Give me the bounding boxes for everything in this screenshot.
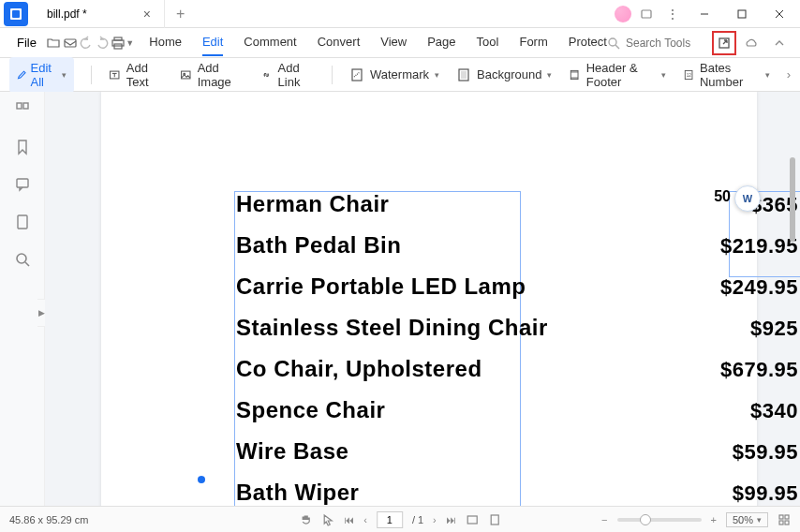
zoom-value[interactable]: 50%▾ [726, 512, 768, 527]
svg-line-33 [25, 262, 29, 266]
tab-page[interactable]: Page [427, 29, 455, 56]
maximize-button[interactable] [725, 0, 759, 28]
pdf-page: Herman Chair$365Bath Pedal Bin$219.95Car… [101, 92, 757, 506]
tab-convert[interactable]: Convert [318, 29, 361, 56]
menu-bar: File ▼ Home Edit Comment Convert View Pa… [0, 28, 800, 58]
svg-point-32 [17, 254, 26, 263]
item-row[interactable]: Co Chair, Upholstered$679.95 [236, 356, 798, 382]
svg-rect-36 [779, 515, 783, 519]
bookmarks-icon[interactable] [14, 139, 31, 159]
select-tool-icon[interactable] [321, 513, 334, 526]
svg-text:12: 12 [687, 73, 692, 78]
zoom-out-icon[interactable]: − [601, 514, 607, 525]
app-logo [4, 2, 28, 26]
header-footer-button[interactable]: Header & Footer▾ [569, 61, 665, 89]
collapse-ribbon-icon[interactable] [766, 30, 793, 56]
item-name: Co Chair, Upholstered [236, 356, 482, 382]
prev-page-icon[interactable]: ‹ [363, 514, 367, 525]
item-row[interactable]: Wire Base$59.95 [236, 438, 798, 465]
scrollbar-thumb[interactable] [790, 157, 795, 242]
edit-all-button[interactable]: Edit All ▾ [9, 57, 74, 93]
pencil-icon [17, 68, 27, 81]
svg-rect-2 [642, 10, 651, 18]
item-name: Stainless Steel Dining Chair [236, 315, 548, 341]
new-tab-button[interactable]: + [165, 6, 196, 22]
last-page-icon[interactable]: ⏭ [446, 514, 456, 525]
document-canvas[interactable]: Herman Chair$365Bath Pedal Bin$219.95Car… [45, 92, 800, 506]
item-row[interactable]: Bath Pedal Bin$219.95 [236, 232, 798, 259]
print-icon[interactable] [110, 30, 126, 56]
item-name: Bath Wiper [236, 480, 359, 506]
svg-rect-17 [182, 71, 190, 79]
svg-rect-34 [467, 516, 477, 524]
search-input[interactable] [626, 37, 701, 50]
background-button[interactable]: Background▾ [456, 67, 552, 82]
hand-tool-icon[interactable] [299, 513, 312, 526]
toolbar-overflow-icon[interactable]: › [787, 67, 791, 81]
tab-home[interactable]: Home [149, 29, 182, 56]
svg-rect-38 [779, 521, 783, 525]
notification-icon[interactable] [635, 3, 658, 25]
svg-rect-22 [461, 71, 467, 79]
tab-edit[interactable]: Edit [202, 29, 223, 56]
next-page-icon[interactable]: › [433, 514, 437, 525]
tab-comment[interactable]: Comment [244, 29, 296, 56]
save-icon[interactable] [62, 30, 78, 56]
zoom-in-icon[interactable]: + [711, 514, 717, 525]
tab-form[interactable]: Form [519, 29, 547, 56]
open-icon[interactable] [46, 30, 62, 56]
more-menu-caret[interactable]: ▼ [126, 38, 134, 48]
svg-line-20 [354, 72, 360, 77]
search-icon [607, 37, 620, 50]
tab-protect[interactable]: Protect [569, 29, 607, 56]
zoom-slider[interactable] [617, 518, 702, 522]
page-number-input[interactable] [377, 511, 403, 528]
close-tab-icon[interactable]: × [143, 7, 151, 22]
item-row[interactable]: Stainless Steel Dining Chair$925 [236, 315, 798, 341]
item-name: Herman Chair [236, 191, 389, 217]
fit-width-icon[interactable] [466, 513, 479, 526]
svg-rect-31 [18, 215, 27, 229]
cloud-icon[interactable] [738, 30, 764, 56]
tab-tool[interactable]: Tool [477, 29, 499, 56]
tab-view[interactable]: View [380, 29, 407, 56]
background-icon [456, 67, 471, 82]
text-icon [109, 67, 121, 82]
svg-rect-29 [23, 103, 28, 109]
more-icon[interactable]: ⋮ [661, 3, 684, 25]
tab-title: bill.pdf * [47, 7, 87, 21]
main-area: ▶ Herman Chair$365Bath Pedal Bin$219.95C… [0, 92, 800, 506]
add-text-button[interactable]: Add Text [109, 61, 163, 89]
minimize-button[interactable] [688, 0, 721, 28]
selection-handle[interactable] [198, 476, 205, 483]
vertical-scrollbar[interactable] [785, 92, 800, 506]
bates-number-button[interactable]: 12 Bates Number▾ [683, 61, 770, 89]
comments-icon[interactable] [14, 176, 31, 197]
search-tools[interactable] [607, 37, 701, 50]
thumbnails-icon[interactable] [14, 101, 31, 122]
share-button[interactable] [712, 31, 736, 55]
add-link-button[interactable]: Add Link [260, 61, 315, 89]
add-image-button[interactable]: Add Image [180, 61, 244, 89]
close-window-button[interactable] [763, 0, 796, 28]
user-avatar[interactable] [615, 6, 631, 22]
item-row[interactable]: Bath Wiper$99.95 [236, 480, 798, 506]
page-dimensions: 45.86 x 95.29 cm [9, 514, 88, 525]
zoom-slider-thumb[interactable] [640, 514, 651, 525]
fullscreen-icon[interactable] [778, 513, 791, 526]
panel-search-icon[interactable] [14, 251, 31, 272]
file-menu[interactable]: File [7, 36, 46, 50]
item-row[interactable]: Spence Chair$340 [236, 397, 798, 423]
watermark-button[interactable]: Watermark▾ [349, 67, 439, 82]
fit-page-icon[interactable] [488, 513, 501, 526]
first-page-icon[interactable]: ⏮ [344, 514, 354, 525]
word-export-badge[interactable]: W [734, 185, 761, 212]
link-icon [260, 67, 273, 82]
item-row[interactable]: Carrie Portable LED Lamp$249.95 [236, 273, 798, 300]
item-name: Bath Pedal Bin [236, 232, 401, 259]
attachments-icon[interactable] [14, 214, 31, 234]
redo-icon[interactable] [94, 30, 110, 56]
undo-icon[interactable] [78, 30, 94, 56]
document-tab[interactable]: bill.pdf * × [32, 0, 165, 28]
page-total: / 1 [412, 514, 423, 525]
